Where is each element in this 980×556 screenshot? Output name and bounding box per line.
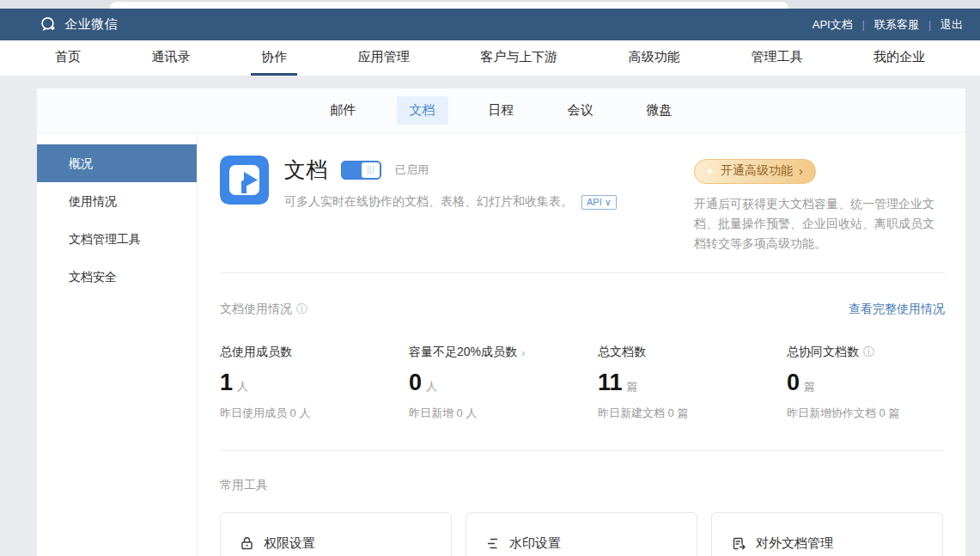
premium-sparkle-icon: ✦ [705,165,715,178]
sidebar-item-doc-security[interactable]: 文档安全 [37,258,197,296]
stat-note: 昨日新增协作文档 0 篇 [787,406,965,421]
stat-collab-docs: 总协同文档数 ⓘ 0 篇 昨日新增协作文档 0 篇 [787,345,965,421]
main-nav: 首页 通讯录 协作 应用管理 客户与上下游 高级功能 管理工具 我的企业 [0,40,980,76]
tab-mail[interactable]: 邮件 [318,96,369,125]
card-permission-settings[interactable]: 权限设置 设置企业内外的访问权限 [220,512,452,556]
app-header: 文档 已启用 可多人实时在线协作的文档、表格、幻灯片和收集表。 API ∨ [220,156,945,254]
chevron-right-icon: › [521,346,525,359]
api-dropdown-tag[interactable]: API ∨ [581,195,617,210]
nav-my-enterprise[interactable]: 我的企业 [863,40,935,76]
separator: | [862,19,865,31]
stat-number: 0 篇 [787,370,965,396]
card-header: 权限设置 [240,535,432,552]
app-description: 可多人实时在线协作的文档、表格、幻灯片和收集表。 [284,194,573,210]
app-description-row: 可多人实时在线协作的文档、表格、幻灯片和收集表。 API ∨ [284,194,684,210]
browser-chrome-sliver [0,0,980,9]
stat-number: 11 篇 [598,370,787,396]
view-full-usage-link[interactable]: 查看完整使用情况 [849,302,945,317]
stat-low-capacity-members: 容量不足20%成员数 › 0 人 昨日新增 0 人 [409,345,598,421]
stat-number: 0 人 [409,370,598,396]
external-doc-icon [731,536,746,551]
watermark-icon [485,536,500,551]
tab-drive[interactable]: 微盘 [634,96,685,125]
sidebar-item-doc-tools[interactable]: 文档管理工具 [37,220,197,258]
card-header: 水印设置 [485,535,678,552]
stat-title-text: 容量不足20%成员数 [409,345,517,360]
premium-promo-panel: ✦ 开通高级功能 › 开通后可获得更大文档容量、统一管理企业文档、批量操作预警、… [694,156,945,254]
chevron-right-icon: › [799,164,803,178]
sidebar-item-overview[interactable]: 概况 [37,144,197,182]
tool-cards: 权限设置 设置企业内外的访问权限 [220,512,945,556]
body-area: 概况 使用情况 文档管理工具 文档安全 [37,133,965,556]
card-title: 水印设置 [509,535,561,552]
collab-subtabs: 邮件 文档 日程 会议 微盘 [37,89,965,133]
browser-tab-shape [110,2,788,9]
usage-section-title-text: 文档使用情况 [220,302,292,317]
divider [220,272,945,273]
nav-admin-tools[interactable]: 管理工具 [740,40,813,76]
upgrade-premium-button[interactable]: ✦ 开通高级功能 › [694,159,816,184]
stat-unit: 篇 [627,379,638,394]
stat-total-docs: 总文档数 11 篇 昨日新建文档 0 篇 [598,345,787,421]
status-label: 已启用 [395,162,429,178]
toggle-handle [362,162,380,178]
premium-promo-text: 开通后可获得更大文档容量、统一管理企业文档、批量操作预警、企业回收站、离职成员文… [694,194,945,254]
info-icon: ⓘ [863,345,874,360]
separator: | [928,19,931,31]
stat-title-text: 总文档数 [598,345,646,360]
card-external-doc-management[interactable]: 对外文档管理 查看和管理允许企业外访问的文档 [711,512,943,556]
usage-section-header: 文档使用情况 ⓘ 查看完整使用情况 [220,302,945,317]
card-header: 对外文档管理 [731,535,923,552]
api-docs-link[interactable]: API文档 [811,17,855,33]
info-icon: ⓘ [296,302,307,317]
stat-title: 总文档数 [598,345,787,360]
app-header-text: 文档 已启用 可多人实时在线协作的文档、表格、幻灯片和收集表。 API ∨ [284,156,684,254]
upgrade-premium-label: 开通高级功能 [721,163,793,179]
nav-home[interactable]: 首页 [45,40,91,76]
tab-calendar[interactable]: 日程 [476,96,527,125]
stat-value: 11 [598,370,623,396]
card-title: 对外文档管理 [756,535,833,552]
stat-value: 0 [787,370,800,396]
nav-app-management[interactable]: 应用管理 [348,40,420,76]
stat-value: 1 [220,370,233,396]
stat-title[interactable]: 容量不足20%成员数 › [409,345,598,360]
docs-app-icon [220,156,269,205]
tab-docs[interactable]: 文档 [397,96,448,125]
nav-contacts[interactable]: 通讯录 [142,40,201,76]
stat-value: 0 [409,370,422,396]
tab-meeting[interactable]: 会议 [555,96,606,125]
app-title-row: 文档 已启用 [284,156,684,184]
usage-section-title: 文档使用情况 ⓘ [220,302,307,317]
logout-link[interactable]: 退出 [939,17,965,33]
stat-title-text: 总协同文档数 [787,345,859,360]
stat-unit: 篇 [804,379,815,394]
stat-note: 昨日使用成员 0 人 [220,406,409,421]
usage-stats: 总使用成员数 1 人 昨日使用成员 0 人 容量不足20%成员数 › [220,345,945,421]
card-watermark-settings[interactable]: 水印设置 为企业内文档开启水印，数据泄露事件可追 [466,512,697,556]
topbar-links: API文档 | 联系客服 | 退出 [811,17,965,33]
nav-customers[interactable]: 客户与上下游 [470,40,568,76]
nav-advanced-features[interactable]: 高级功能 [618,40,691,76]
card-title: 权限设置 [264,535,315,552]
stat-total-members: 总使用成员数 1 人 昨日使用成员 0 人 [220,345,409,421]
stat-title-text: 总使用成员数 [220,345,292,360]
brand-name: 企业微信 [64,16,118,33]
stat-title: 总使用成员数 [220,345,409,360]
page: 企业微信 API文档 | 联系客服 | 退出 首页 通讯录 协作 应用管理 客户… [0,0,980,556]
main-panel: 文档 已启用 可多人实时在线协作的文档、表格、幻灯片和收集表。 API ∨ [198,133,965,556]
tools-section-title: 常用工具 [220,478,945,493]
lock-icon [240,536,254,551]
stat-title: 总协同文档数 ⓘ [787,345,965,360]
sidebar: 概况 使用情况 文档管理工具 文档安全 [37,133,198,556]
app-title: 文档 [284,156,327,184]
contact-support-link[interactable]: 联系客服 [873,17,921,33]
stat-number: 1 人 [220,370,409,396]
divider [220,450,945,451]
nav-collaboration[interactable]: 协作 [251,40,297,76]
wework-logo-icon [40,16,58,33]
stat-unit: 人 [237,379,248,394]
sidebar-item-usage[interactable]: 使用情况 [37,182,197,220]
doc-enable-toggle[interactable] [341,161,381,180]
topbar: 企业微信 API文档 | 联系客服 | 退出 [0,9,980,40]
